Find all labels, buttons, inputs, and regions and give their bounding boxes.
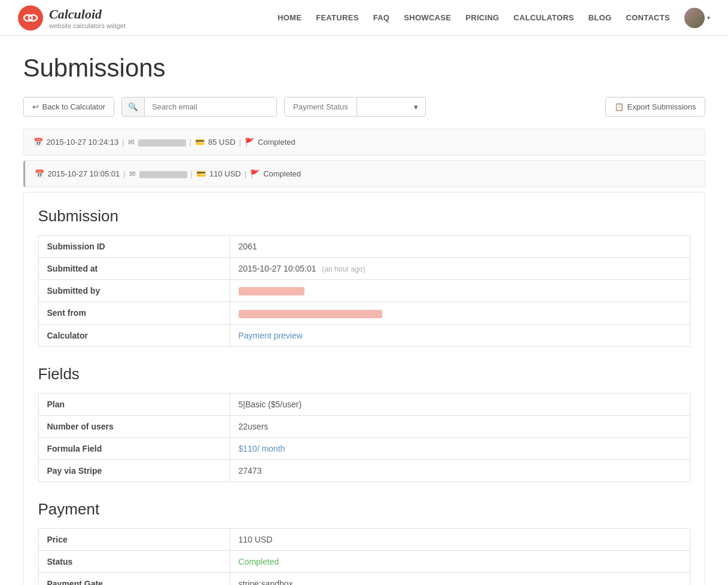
field-value: Completed (230, 550, 690, 572)
submission-date: 2015-10-27 10:05:01 (48, 169, 120, 178)
brand-tagline: website calculators widget (49, 22, 126, 29)
time-ago: (an hour ago) (322, 265, 365, 273)
export-submissions-button[interactable]: 📋 Export Submissions (605, 97, 705, 117)
flag-icon: 🚩 (250, 169, 260, 178)
search-input[interactable] (145, 98, 276, 116)
table-row: Calculator Payment preview (38, 324, 690, 346)
table-row: Status Completed (38, 550, 690, 572)
nav-showcase[interactable]: SHOWCASE (404, 13, 451, 22)
main-content: Submissions ↩ Back to Calculator 🔍 Payme… (11, 36, 717, 585)
calendar-icon: 📅 (33, 138, 43, 147)
submission-email-redacted (138, 138, 186, 147)
table-row: Price 110 USD (38, 528, 690, 550)
field-label: Sent from (38, 302, 230, 324)
table-row: Submitted at 2015-10-27 10:05:01 (an hou… (38, 258, 690, 280)
nav-pricing[interactable]: PRICING (465, 13, 499, 22)
table-row: Submitted by (38, 280, 690, 302)
export-icon: 📋 (614, 102, 624, 111)
submission-status: Completed (258, 138, 296, 147)
field-label: Submitted by (38, 280, 230, 302)
nav-calculators[interactable]: CALCULATORS (514, 13, 574, 22)
nav-faq[interactable]: FAQ (373, 13, 390, 22)
field-value: $110/ month (230, 437, 690, 459)
field-value: stripe:sandbox (230, 572, 690, 585)
field-label: Number of users (38, 415, 230, 437)
nav-menu: HOME FEATURES FAQ SHOWCASE PRICING CALCU… (278, 8, 710, 28)
field-label: Price (38, 528, 230, 550)
table-row: Submission ID 2061 (38, 236, 690, 258)
fields-section-title: Fields (38, 365, 690, 383)
search-group: 🔍 (121, 97, 277, 117)
page-title: Submissions (23, 54, 705, 83)
payment-status-label: Payment Status (285, 98, 357, 116)
nav-home[interactable]: HOME (278, 13, 301, 22)
nav-blog[interactable]: BLOG (589, 13, 612, 22)
export-label: Export Submissions (628, 102, 696, 111)
field-label: Pay via Stripe (38, 459, 230, 482)
field-label: Submitted at (38, 258, 230, 280)
flag-icon: 🚩 (245, 138, 254, 147)
field-label: Submission ID (38, 236, 230, 258)
nav-contacts[interactable]: CONTACTS (626, 13, 670, 22)
submission-status: Completed (263, 169, 301, 178)
field-value-redacted (230, 280, 690, 302)
field-label: Calculator (38, 324, 230, 346)
brand-name: Calculoid (49, 7, 126, 22)
field-label: Payment Gate (38, 572, 230, 585)
submission-amount: 110 USD (209, 169, 241, 178)
chevron-down-icon: ▾ (707, 14, 710, 21)
email-icon: ✉ (128, 138, 135, 147)
payment-table: Price 110 USD Status Completed Payment G… (38, 528, 690, 585)
brand-logo-icon (18, 5, 43, 31)
back-to-calculator-button[interactable]: ↩ Back to Calculator (23, 97, 115, 117)
submission-row[interactable]: 📅 2015-10-27 10:05:01 | ✉ | 💳 110 USD | … (23, 160, 705, 187)
field-value: 2061 (230, 236, 690, 258)
payment-gate-value: stripe:sandbox (239, 579, 293, 585)
submission-email-redacted (139, 169, 187, 178)
status-badge: Completed (239, 557, 279, 566)
calculator-link[interactable]: Payment preview (239, 331, 303, 340)
arrow-left-icon: ↩ (32, 102, 39, 111)
payment-status-select[interactable]: Completed Pending Failed (357, 98, 407, 116)
formula-field-link[interactable]: $110/ month (239, 444, 285, 453)
submission-detail-panel: Submission Submission ID 2061 Submitted … (23, 192, 705, 585)
avatar[interactable] (684, 8, 705, 28)
payment-icon: 💳 (196, 169, 206, 178)
redacted-email (239, 287, 304, 295)
field-value: 22users (230, 415, 690, 437)
table-row: Plan 5|Basic ($5/user) (38, 393, 690, 415)
table-row: Number of users 22users (38, 415, 690, 437)
submission-date: 2015-10-27 10:24:13 (47, 138, 119, 147)
back-label: Back to Calculator (42, 102, 106, 111)
brand-logo-link[interactable]: Calculoid website calculators widget (18, 5, 126, 31)
fields-table: Plan 5|Basic ($5/user) Number of users 2… (38, 393, 690, 482)
search-icon: 🔍 (128, 102, 138, 111)
field-label: Formula Field (38, 437, 230, 459)
toolbar: ↩ Back to Calculator 🔍 Payment Status Co… (23, 97, 705, 117)
field-value: 27473 (230, 459, 690, 482)
redacted-url (239, 310, 382, 318)
field-value-redacted (230, 302, 690, 324)
field-value: 5|Basic ($5/user) (230, 393, 690, 415)
submission-section-title: Submission (38, 207, 690, 226)
payment-icon: 💳 (195, 138, 205, 147)
submission-table: Submission ID 2061 Submitted at 2015-10-… (38, 235, 690, 347)
calendar-icon: 📅 (35, 169, 44, 178)
table-row: Pay via Stripe 27473 (38, 459, 690, 482)
email-icon: ✉ (129, 169, 136, 178)
chevron-down-icon: ▼ (407, 99, 425, 115)
field-label: Plan (38, 393, 230, 415)
field-value: Payment preview (230, 324, 690, 346)
table-row: Sent from (38, 302, 690, 324)
field-label: Status (38, 550, 230, 572)
table-row: Formula Field $110/ month (38, 437, 690, 459)
submission-amount: 85 USD (208, 138, 236, 147)
user-avatar-group[interactable]: ▾ (684, 8, 710, 28)
search-icon-button[interactable]: 🔍 (122, 98, 145, 116)
field-value: 110 USD (230, 528, 690, 550)
payment-section-title: Payment (38, 500, 690, 519)
nav-features[interactable]: FEATURES (316, 13, 359, 22)
avatar-image (684, 8, 705, 28)
payment-status-group: Payment Status Completed Pending Failed … (284, 97, 426, 117)
submission-row[interactable]: 📅 2015-10-27 10:24:13 | ✉ | 💳 85 USD | 🚩… (23, 129, 705, 156)
